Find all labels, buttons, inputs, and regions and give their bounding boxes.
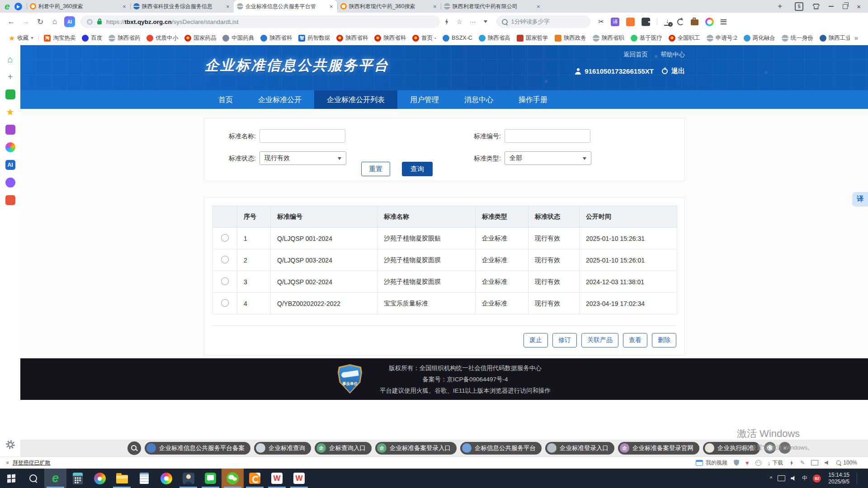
bookmark-item[interactable]: 智药智数据: [295, 33, 333, 43]
tray-battery-badge[interactable]: 82: [813, 474, 821, 483]
browser-360-logo-icon[interactable]: e: [5, 0, 10, 13]
download-icon[interactable]: ↓v: [664, 18, 670, 26]
quick-access-icon[interactable]: [5, 89, 15, 99]
action-button[interactable]: 修订: [552, 333, 577, 347]
tray-expand-caret[interactable]: ^: [770, 475, 773, 482]
strip-search-icon[interactable]: [127, 441, 141, 455]
ai-assistant-icon[interactable]: AI: [64, 16, 75, 27]
heart-icon[interactable]: ♥: [745, 460, 749, 466]
action-button[interactable]: 关联产品: [581, 333, 618, 347]
download-manager-button[interactable]: ↓ 下载: [768, 459, 783, 467]
shortcut-pill[interactable]: 企业标准查询: [254, 442, 311, 455]
bookmark-item[interactable]: 陕西省科: [333, 33, 371, 43]
close-button[interactable]: ×: [857, 3, 861, 10]
bookmark-item[interactable]: 陕西省科: [371, 33, 409, 43]
tab-count-badge[interactable]: 5: [795, 2, 803, 11]
row-radio[interactable]: [221, 277, 229, 285]
bookmark-item[interactable]: 淘淘宝热卖: [41, 33, 79, 43]
cast-screen-icon[interactable]: [811, 460, 818, 465]
bookmark-item[interactable]: 申请号:2: [703, 33, 741, 43]
taskbar-search-button[interactable]: [22, 469, 44, 488]
site-safety-icon[interactable]: [87, 19, 93, 25]
bookmark-item[interactable]: 陕西省药: [105, 33, 143, 43]
dropdown-caret-icon[interactable]: [484, 20, 487, 25]
undo-icon[interactable]: [677, 19, 684, 25]
bookmark-item[interactable]: 陕西政务: [552, 33, 590, 43]
nav-item[interactable]: 首页: [206, 90, 245, 109]
nav-item[interactable]: 操作手册: [506, 90, 560, 109]
nav-item[interactable]: 消息中心: [452, 90, 506, 109]
bookmark-item[interactable]: 基于医疗: [627, 33, 665, 43]
bookmark-item[interactable]: 优质中小: [143, 33, 181, 43]
tab-close-icon[interactable]: ×: [225, 3, 231, 10]
menu-icon[interactable]: [721, 19, 726, 24]
taskbar-app-explorer[interactable]: [111, 469, 133, 488]
browser-tab[interactable]: 利君中药_360搜索×: [27, 0, 130, 13]
notes-pen-icon[interactable]: ✎: [800, 460, 805, 466]
nav-item[interactable]: 企业标准公开列表: [314, 90, 397, 109]
taskbar-app-contacts[interactable]: [177, 469, 199, 488]
browser-tab[interactable]: 陕西省科技业务综合服务信息×: [130, 0, 234, 13]
reset-button[interactable]: 重置: [361, 162, 390, 176]
action-button[interactable]: 查看: [623, 333, 647, 347]
scissors-icon[interactable]: ✂: [599, 18, 604, 26]
tab-close-icon[interactable]: ×: [122, 3, 127, 10]
bookmark-item[interactable]: 百度: [79, 33, 105, 43]
forward-icon[interactable]: →: [19, 17, 33, 26]
plugin-purple-icon[interactable]: [5, 178, 15, 188]
ai-ring-icon[interactable]: [705, 18, 714, 26]
show-desktop-button[interactable]: [864, 469, 868, 488]
ai-blue-icon[interactable]: AI: [5, 160, 15, 170]
translate-icon[interactable]: 译: [611, 18, 619, 26]
strip-settings-icon[interactable]: [764, 442, 776, 454]
security-shield-icon[interactable]: [734, 460, 739, 466]
ai-rainbow-icon[interactable]: [5, 142, 15, 152]
screenshot-icon[interactable]: [5, 195, 15, 205]
back-home-link[interactable]: 返回首页: [623, 51, 648, 59]
game-center-icon[interactable]: [626, 18, 635, 26]
browser-tab[interactable]: 陕西利君现代中药有限公司×: [441, 0, 544, 13]
back-icon[interactable]: ←: [5, 17, 18, 26]
assistant-icon[interactable]: [5, 125, 15, 135]
zoom-control[interactable]: 100%: [836, 460, 857, 466]
home-icon[interactable]: ⌂: [48, 17, 61, 26]
browser-tab[interactable]: 陕西利君现代中药_360搜索×: [337, 0, 441, 13]
bookmark-item[interactable]: BSZX-C: [439, 33, 476, 43]
tray-ime-indicator[interactable]: 中: [802, 474, 807, 482]
tab-close-icon[interactable]: ×: [536, 3, 541, 10]
feedback-face-icon[interactable]: [755, 460, 761, 466]
tray-display-icon[interactable]: [778, 475, 785, 481]
shortcut-pill[interactable]: 企企标查询入口: [315, 442, 372, 455]
shortcut-pill[interactable]: 企标信息公共服务平台: [460, 442, 542, 455]
bookmark-item[interactable]: 统一身份: [778, 33, 816, 43]
strip-close-icon[interactable]: ×: [779, 442, 791, 454]
tab-close-icon[interactable]: ×: [432, 3, 438, 10]
news-ticker-link[interactable]: 拜登癌症已扩散: [13, 459, 51, 467]
shortcut-pill[interactable]: 企企业标准备案登录入口: [375, 442, 457, 455]
add-icon[interactable]: +: [5, 72, 15, 82]
restore-button[interactable]: [843, 4, 848, 9]
nav-item[interactable]: 用户管理: [397, 90, 452, 109]
refresh-icon[interactable]: ↻: [33, 17, 47, 27]
bookmark-item[interactable]: 全国职工: [665, 33, 703, 43]
more-options-icon[interactable]: ···: [467, 18, 479, 25]
shortcut-pill[interactable]: 企业标准信息公共服务平台备案: [145, 442, 250, 455]
taskbar-app-photos[interactable]: [155, 469, 177, 488]
help-center-link[interactable]: 帮助中心: [660, 51, 685, 59]
settings-gear-icon[interactable]: [6, 440, 15, 449]
standard-code-input[interactable]: [505, 129, 590, 143]
bookmark-item[interactable]: 陕西省科: [257, 33, 295, 43]
send-icon[interactable]: [14, 3, 22, 10]
bookmark-item[interactable]: 陕西工业: [816, 33, 850, 43]
row-radio[interactable]: [221, 256, 229, 263]
taskbar-app-wps-office-2[interactable]: W: [288, 469, 310, 488]
shortcut-pill[interactable]: 企企业标准备案登录官网: [618, 442, 699, 455]
start-button[interactable]: [0, 469, 22, 488]
bookmark-item[interactable]: 中国药典: [219, 33, 257, 43]
tray-volume-icon[interactable]: [791, 476, 797, 481]
browser-tab[interactable]: 企业标准信息公共服务平台管×: [234, 0, 337, 13]
favorites-root[interactable]: ★ 收藏: [5, 33, 37, 43]
shortcut-pill[interactable]: 企业执行标准: [703, 442, 760, 455]
bookmark-item[interactable]: 陕西省高: [476, 33, 514, 43]
taskbar-app-paint[interactable]: [89, 469, 111, 488]
